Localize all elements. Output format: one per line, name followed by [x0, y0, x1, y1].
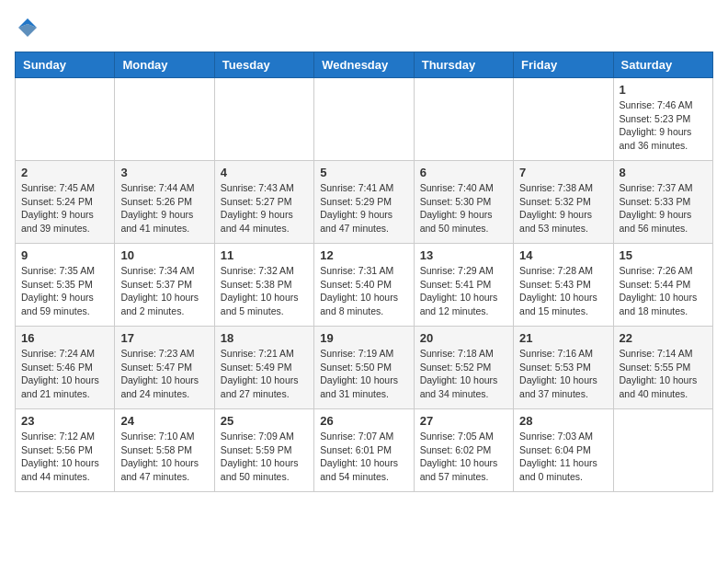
calendar-cell: 21Sunrise: 7:16 AM Sunset: 5:53 PM Dayli… — [514, 327, 613, 409]
day-number: 26 — [320, 414, 407, 428]
calendar-header-monday: Monday — [115, 52, 214, 78]
day-info: Sunrise: 7:10 AM Sunset: 5:58 PM Dayligh… — [120, 430, 208, 484]
day-info: Sunrise: 7:40 AM Sunset: 5:30 PM Dayligh… — [420, 181, 507, 236]
day-number: 12 — [320, 248, 407, 262]
day-number: 9 — [21, 248, 108, 262]
calendar-cell — [214, 78, 313, 161]
calendar-cell — [16, 78, 115, 161]
day-info: Sunrise: 7:28 AM Sunset: 5:43 PM Dayligh… — [519, 264, 607, 318]
header — [15, 15, 713, 40]
day-info: Sunrise: 7:05 AM Sunset: 6:02 PM Dayligh… — [420, 430, 507, 484]
calendar-header-saturday: Saturday — [613, 52, 712, 78]
day-info: Sunrise: 7:09 AM Sunset: 5:59 PM Dayligh… — [221, 430, 308, 484]
day-number: 22 — [620, 331, 707, 345]
calendar-table: SundayMondayTuesdayWednesdayThursdayFrid… — [15, 52, 713, 492]
day-info: Sunrise: 7:32 AM Sunset: 5:38 PM Dayligh… — [221, 264, 308, 318]
calendar-week-row: 1Sunrise: 7:46 AM Sunset: 5:23 PM Daylig… — [16, 78, 713, 161]
calendar-cell: 28Sunrise: 7:03 AM Sunset: 6:04 PM Dayli… — [514, 409, 613, 492]
day-number: 13 — [420, 248, 507, 262]
calendar-cell: 19Sunrise: 7:19 AM Sunset: 5:50 PM Dayli… — [314, 327, 414, 409]
calendar-cell — [115, 78, 214, 161]
day-number: 10 — [120, 248, 208, 262]
day-number: 16 — [21, 331, 108, 345]
logo — [15, 15, 44, 40]
day-info: Sunrise: 7:14 AM Sunset: 5:55 PM Dayligh… — [620, 347, 707, 401]
calendar-cell: 11Sunrise: 7:32 AM Sunset: 5:38 PM Dayli… — [214, 244, 313, 327]
day-info: Sunrise: 7:07 AM Sunset: 6:01 PM Dayligh… — [320, 430, 407, 484]
day-number: 17 — [120, 331, 208, 345]
calendar-cell — [314, 78, 414, 161]
calendar-cell: 17Sunrise: 7:23 AM Sunset: 5:47 PM Dayli… — [115, 327, 214, 409]
day-number: 20 — [420, 331, 507, 345]
calendar-cell: 6Sunrise: 7:40 AM Sunset: 5:30 PM Daylig… — [414, 161, 513, 244]
day-number: 7 — [519, 166, 607, 179]
calendar-cell: 26Sunrise: 7:07 AM Sunset: 6:01 PM Dayli… — [314, 409, 414, 492]
day-number: 24 — [120, 414, 208, 428]
day-info: Sunrise: 7:12 AM Sunset: 5:56 PM Dayligh… — [21, 430, 108, 484]
calendar-cell: 16Sunrise: 7:24 AM Sunset: 5:46 PM Dayli… — [16, 327, 115, 409]
calendar-header-wednesday: Wednesday — [314, 52, 414, 78]
day-number: 23 — [21, 414, 108, 428]
day-number: 14 — [519, 248, 607, 262]
calendar-cell: 13Sunrise: 7:29 AM Sunset: 5:41 PM Dayli… — [414, 244, 513, 327]
day-info: Sunrise: 7:43 AM Sunset: 5:27 PM Dayligh… — [221, 181, 308, 236]
day-info: Sunrise: 7:45 AM Sunset: 5:24 PM Dayligh… — [21, 181, 108, 236]
calendar-week-row: 23Sunrise: 7:12 AM Sunset: 5:56 PM Dayli… — [16, 409, 713, 492]
calendar-cell: 20Sunrise: 7:18 AM Sunset: 5:52 PM Dayli… — [414, 327, 513, 409]
day-info: Sunrise: 7:46 AM Sunset: 5:23 PM Dayligh… — [620, 98, 707, 153]
calendar-cell: 5Sunrise: 7:41 AM Sunset: 5:29 PM Daylig… — [314, 161, 414, 244]
calendar-cell: 18Sunrise: 7:21 AM Sunset: 5:49 PM Dayli… — [214, 327, 313, 409]
calendar-week-row: 9Sunrise: 7:35 AM Sunset: 5:35 PM Daylig… — [16, 244, 713, 327]
day-number: 19 — [320, 331, 407, 345]
calendar-cell — [414, 78, 513, 161]
day-info: Sunrise: 7:16 AM Sunset: 5:53 PM Dayligh… — [519, 347, 607, 401]
calendar-cell: 10Sunrise: 7:34 AM Sunset: 5:37 PM Dayli… — [115, 244, 214, 327]
day-info: Sunrise: 7:35 AM Sunset: 5:35 PM Dayligh… — [21, 264, 108, 318]
day-info: Sunrise: 7:44 AM Sunset: 5:26 PM Dayligh… — [120, 181, 208, 236]
calendar-cell: 25Sunrise: 7:09 AM Sunset: 5:59 PM Dayli… — [214, 409, 313, 492]
day-info: Sunrise: 7:37 AM Sunset: 5:33 PM Dayligh… — [620, 181, 707, 236]
calendar-cell: 8Sunrise: 7:37 AM Sunset: 5:33 PM Daylig… — [613, 161, 712, 244]
day-info: Sunrise: 7:34 AM Sunset: 5:37 PM Dayligh… — [120, 264, 208, 318]
day-info: Sunrise: 7:21 AM Sunset: 5:49 PM Dayligh… — [221, 347, 308, 401]
calendar-cell: 14Sunrise: 7:28 AM Sunset: 5:43 PM Dayli… — [514, 244, 613, 327]
calendar-header-sunday: Sunday — [16, 52, 115, 78]
calendar-cell: 9Sunrise: 7:35 AM Sunset: 5:35 PM Daylig… — [16, 244, 115, 327]
calendar-cell: 4Sunrise: 7:43 AM Sunset: 5:27 PM Daylig… — [214, 161, 313, 244]
day-number: 25 — [221, 414, 308, 428]
day-number: 3 — [120, 166, 208, 179]
day-info: Sunrise: 7:18 AM Sunset: 5:52 PM Dayligh… — [420, 347, 507, 401]
calendar-cell: 7Sunrise: 7:38 AM Sunset: 5:32 PM Daylig… — [514, 161, 613, 244]
day-info: Sunrise: 7:38 AM Sunset: 5:32 PM Dayligh… — [519, 181, 607, 236]
day-number: 21 — [519, 331, 607, 345]
day-number: 15 — [620, 248, 707, 262]
calendar-cell: 22Sunrise: 7:14 AM Sunset: 5:55 PM Dayli… — [613, 327, 712, 409]
calendar-week-row: 16Sunrise: 7:24 AM Sunset: 5:46 PM Dayli… — [16, 327, 713, 409]
day-number: 5 — [320, 166, 407, 179]
day-number: 28 — [519, 414, 607, 428]
day-info: Sunrise: 7:24 AM Sunset: 5:46 PM Dayligh… — [21, 347, 108, 401]
day-number: 4 — [221, 166, 308, 179]
day-number: 1 — [620, 83, 707, 97]
calendar-cell: 23Sunrise: 7:12 AM Sunset: 5:56 PM Dayli… — [16, 409, 115, 492]
day-number: 27 — [420, 414, 507, 428]
calendar-header-row: SundayMondayTuesdayWednesdayThursdayFrid… — [16, 52, 713, 78]
calendar-cell: 2Sunrise: 7:45 AM Sunset: 5:24 PM Daylig… — [16, 161, 115, 244]
calendar-cell — [514, 78, 613, 161]
calendar-cell: 27Sunrise: 7:05 AM Sunset: 6:02 PM Dayli… — [414, 409, 513, 492]
calendar-cell — [613, 409, 712, 492]
calendar-cell: 24Sunrise: 7:10 AM Sunset: 5:58 PM Dayli… — [115, 409, 214, 492]
day-info: Sunrise: 7:41 AM Sunset: 5:29 PM Dayligh… — [320, 181, 407, 236]
day-info: Sunrise: 7:31 AM Sunset: 5:40 PM Dayligh… — [320, 264, 407, 318]
calendar-cell: 12Sunrise: 7:31 AM Sunset: 5:40 PM Dayli… — [314, 244, 414, 327]
day-info: Sunrise: 7:26 AM Sunset: 5:44 PM Dayligh… — [620, 264, 707, 318]
calendar-cell: 1Sunrise: 7:46 AM Sunset: 5:23 PM Daylig… — [613, 78, 712, 161]
calendar-cell: 15Sunrise: 7:26 AM Sunset: 5:44 PM Dayli… — [613, 244, 712, 327]
day-number: 11 — [221, 248, 308, 262]
day-number: 8 — [620, 166, 707, 179]
day-info: Sunrise: 7:29 AM Sunset: 5:41 PM Dayligh… — [420, 264, 507, 318]
day-info: Sunrise: 7:23 AM Sunset: 5:47 PM Dayligh… — [120, 347, 208, 401]
calendar-header-thursday: Thursday — [414, 52, 513, 78]
calendar-week-row: 2Sunrise: 7:45 AM Sunset: 5:24 PM Daylig… — [16, 161, 713, 244]
day-number: 18 — [221, 331, 308, 345]
